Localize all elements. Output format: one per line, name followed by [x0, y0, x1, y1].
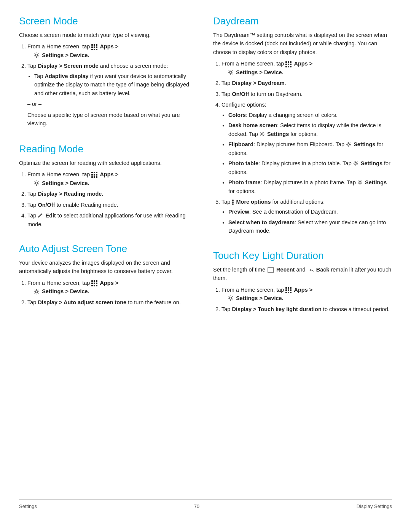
reading-step1-apps: Apps >	[100, 171, 118, 177]
daydream-bullet-photo-frame: Photo frame: Display pictures in a photo…	[228, 178, 392, 195]
gear-icon-flipboard	[346, 142, 351, 147]
daydream-step5-end: for additional options:	[271, 199, 325, 205]
daydream-step5: Tap More options for additional options:…	[221, 198, 392, 235]
daydream-section: Daydream The Daydream™ setting controls …	[213, 15, 392, 238]
right-column: Daydream The Daydream™ setting controls …	[213, 15, 392, 488]
auto-step2-end: to turn the feature on.	[126, 299, 181, 305]
reading-step1-prefix: From a Home screen, tap	[27, 171, 90, 177]
daydream-bullet-desk: Desk home screen: Select items to displa…	[228, 121, 392, 138]
daydream-title: Daydream	[213, 15, 392, 27]
settings-icon-reading	[33, 180, 40, 186]
svg-rect-8	[268, 268, 274, 272]
touch-key-step2: Tap Display > Touch key light duration t…	[221, 305, 392, 313]
daydream-step1-settings: Settings > Device.	[236, 69, 284, 75]
auto-adjust-steps: From a Home screen, tap Apps > Settings …	[27, 279, 198, 307]
step1-settings-bold: Settings > Device.	[42, 52, 89, 58]
auto-step1-settings: Settings > Device.	[42, 288, 89, 294]
touch-key-section: Touch Key Light Duration Set the length …	[213, 250, 392, 316]
daydream-step1: From a Home screen, tap Apps > Settings …	[221, 59, 392, 77]
settings-icon-daydream	[228, 69, 234, 75]
reading-mode-section: Reading Mode Optimize the screen for rea…	[19, 143, 198, 231]
footer-right: Display Settings	[357, 503, 392, 509]
screen-mode-title: Screen Mode	[19, 15, 198, 27]
step1-apps-bold: Apps >	[100, 43, 118, 50]
screen-mode-intro: Choose a screen mode to match your type …	[19, 31, 198, 39]
reading-step4: Tap Edit to select additional applicatio…	[27, 211, 198, 228]
screen-mode-steps: From a Home screen, tap Apps > Settings …	[27, 42, 198, 128]
daydream-step4-bullets: Colors: Display a changing screen of col…	[228, 111, 392, 195]
svg-point-5	[348, 144, 350, 145]
touch-key-step1: From a Home screen, tap Apps > Settings …	[221, 286, 392, 303]
daydream-bullet-preview: Preview: See a demonstration of Daydream…	[228, 208, 392, 216]
auto-adjust-intro: Your device analyzes the images displaye…	[19, 259, 198, 276]
reading-step4-bold: Edit	[45, 212, 56, 219]
reading-step1: From a Home screen, tap Apps > Settings …	[27, 170, 198, 187]
apps-icon-auto	[91, 280, 97, 286]
more-options-icon	[232, 199, 234, 204]
edit-icon	[38, 213, 43, 218]
auto-adjust-title: Auto Adjust Screen Tone	[19, 243, 198, 255]
settings-icon	[33, 52, 40, 58]
svg-point-9	[229, 297, 232, 299]
step2-bold: Display > Screen mode	[38, 63, 98, 69]
settings-icon-auto	[33, 289, 40, 295]
daydream-intro: The Daydream™ setting controls what is d…	[213, 31, 392, 56]
touch-key-step1-prefix: From a Home screen, tap	[221, 287, 284, 293]
svg-point-0	[35, 54, 38, 56]
daydream-step3: Tap On/Off to turn on Daydream.	[221, 90, 392, 98]
auto-step2-bold: Display > Auto adjust screen tone	[38, 299, 126, 305]
touch-key-recent: Recent	[276, 267, 295, 273]
daydream-steps: From a Home screen, tap Apps > Settings …	[221, 59, 392, 235]
page: Screen Mode Choose a screen mode to matc…	[0, 0, 411, 532]
settings-icon-touch	[228, 295, 234, 301]
touch-key-step2-text: Tap	[221, 306, 230, 312]
auto-adjust-section: Auto Adjust Screen Tone Your device anal…	[19, 243, 198, 309]
daydream-step2-bold: Display > Daydream	[232, 80, 284, 86]
daydream-step2-text: Tap	[221, 80, 230, 86]
svg-point-1	[35, 182, 38, 184]
daydream-step5-bold: More options	[236, 199, 271, 205]
touch-key-intro: Set the length of time Recent and Back r…	[213, 265, 392, 283]
daydream-step1-prefix: From a Home screen, tap	[221, 61, 284, 67]
reading-step2-bold: Display > Reading mode	[38, 191, 102, 197]
daydream-step2-end: .	[285, 80, 286, 86]
auto-step2: Tap Display > Auto adjust screen tone to…	[27, 298, 198, 307]
gear-icon-photo-table	[353, 161, 358, 166]
reading-step2: Tap Display > Reading mode.	[27, 190, 198, 198]
daydream-step3-end: to turn on Daydream.	[249, 91, 303, 97]
reading-step3-text: Tap	[27, 202, 36, 208]
touch-key-step2-end: to choose a timeout period.	[322, 306, 390, 312]
recent-icon	[268, 267, 274, 273]
touch-key-steps: From a Home screen, tap Apps > Settings …	[221, 286, 392, 313]
apps-icon-touch	[285, 287, 292, 293]
svg-point-6	[355, 163, 357, 165]
footer-left: Settings	[19, 503, 37, 509]
bullet1-text: Tap Adaptive display if you want your de…	[34, 73, 189, 96]
choose-text: Choose a specific type of screen mode ba…	[27, 111, 198, 128]
reading-step2-text: Tap	[27, 191, 36, 197]
apps-icon-reading	[91, 172, 97, 178]
screen-mode-section: Screen Mode Choose a screen mode to matc…	[19, 15, 198, 131]
screen-mode-step2: Tap Display > Screen mode and choose a s…	[27, 62, 198, 128]
auto-step1-prefix: From a Home screen, tap	[27, 280, 90, 286]
reading-mode-title: Reading Mode	[19, 143, 198, 155]
touch-key-title: Touch Key Light Duration	[213, 250, 392, 262]
daydream-step5-text: Tap	[221, 199, 230, 205]
back-icon	[308, 267, 314, 273]
daydream-step2: Tap Display > Daydream.	[221, 79, 392, 87]
auto-step1: From a Home screen, tap Apps > Settings …	[27, 279, 198, 296]
step1-prefix: From a Home screen, tap	[27, 43, 90, 50]
daydream-bullet-colors: Colors: Display a changing screen of col…	[228, 111, 392, 119]
daydream-step3-bold: On/Off	[232, 91, 249, 97]
footer: Settings 70 Display Settings	[19, 499, 392, 509]
daydream-bullet-photo-table: Photo table: Display pictures in a photo…	[228, 159, 392, 176]
reading-mode-steps: From a Home screen, tap Apps > Settings …	[27, 170, 198, 228]
daydream-step1-apps: Apps >	[294, 61, 312, 67]
step2-prefix: Tap	[27, 63, 36, 69]
daydream-step3-text: Tap	[221, 91, 230, 97]
auto-step2-text: Tap	[27, 299, 36, 305]
screen-mode-bullets: Tap Adaptive display if you want your de…	[34, 72, 198, 97]
apps-icon-daydream	[285, 61, 292, 67]
step2-suffix: and choose a screen mode:	[100, 63, 168, 69]
reading-step3-end: to enable Reading mode.	[55, 202, 118, 208]
